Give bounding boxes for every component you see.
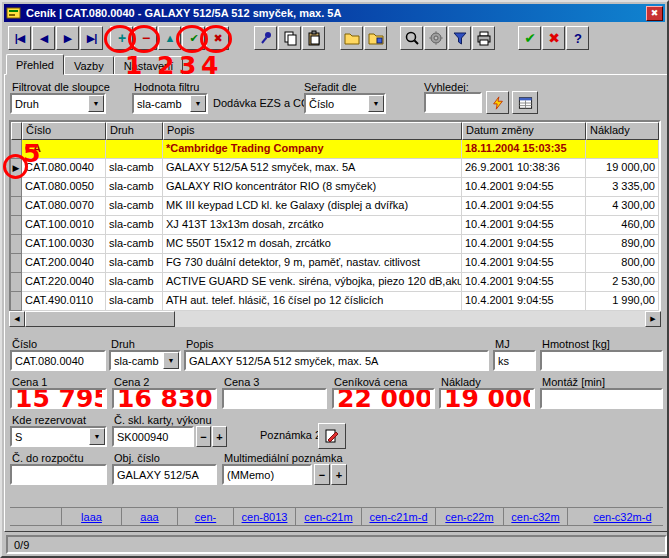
- horizontal-scrollbar[interactable]: ◀ ▶: [9, 311, 661, 327]
- tab-prehled[interactable]: Přehled: [6, 54, 64, 75]
- bottom-link[interactable]: cen-8013: [234, 508, 296, 525]
- kde-rezervovat-combobox[interactable]: S ▼: [10, 426, 107, 447]
- bottom-link[interactable]: cen-c22m: [436, 508, 504, 525]
- filter-column-combobox[interactable]: Druh ▼: [10, 93, 106, 114]
- delete-record-button[interactable]: −: [134, 26, 157, 50]
- table-row[interactable]: CAT.220.0040 sla-camb ACTIVE GUARD SE ve…: [11, 273, 659, 292]
- bottom-link[interactable]: cen-: [178, 508, 234, 525]
- cena3-field[interactable]: [222, 388, 327, 409]
- table-row[interactable]: CAT.100.0030 sla-camb MC 550T 15x12 m do…: [11, 235, 659, 254]
- cislo-field[interactable]: [10, 350, 106, 371]
- skl-karta-plus-button[interactable]: +: [212, 426, 227, 447]
- naklady-field[interactable]: [439, 388, 535, 409]
- mmemo-minus-button[interactable]: −: [314, 464, 330, 485]
- chevron-down-icon[interactable]: ▼: [190, 95, 206, 112]
- ok-button[interactable]: ✔: [518, 26, 541, 50]
- locate-in-grid-button[interactable]: [512, 91, 538, 114]
- chevron-down-icon[interactable]: ▼: [89, 428, 105, 445]
- scroll-left-icon: ◀: [14, 315, 19, 323]
- link-label[interactable]: cen-c21m-d: [369, 511, 427, 523]
- rozpocet-field[interactable]: [10, 464, 107, 485]
- group-row[interactable]: CA *Cambridge Trading Company 18.11.2004…: [11, 140, 659, 159]
- bottom-link[interactable]: laaa: [62, 508, 122, 525]
- print-button[interactable]: [472, 26, 495, 50]
- link-label[interactable]: aaa: [140, 511, 158, 523]
- help-button[interactable]: ?: [566, 26, 589, 50]
- link-label[interactable]: cen-c32m: [511, 511, 559, 523]
- skl-karta-minus-button[interactable]: −: [196, 426, 211, 447]
- mmemo-field[interactable]: [222, 464, 312, 485]
- table-row[interactable]: CAT.100.0010 sla-camb XJ 413T 13x13m dos…: [11, 216, 659, 235]
- scrollbar-thumb[interactable]: [25, 311, 175, 327]
- column-header-popis[interactable]: Popis: [163, 122, 462, 140]
- sort-combobox[interactable]: Číslo ▼: [304, 93, 386, 114]
- cena1-field[interactable]: [10, 388, 107, 409]
- cenikova-field[interactable]: [332, 388, 435, 409]
- tab-vazby[interactable]: Vazby: [64, 56, 114, 75]
- open-folder-button[interactable]: [340, 26, 363, 50]
- link-label[interactable]: cen-c22m: [445, 511, 493, 523]
- mmemo-plus-button[interactable]: +: [331, 464, 347, 485]
- cell-datum: 10.4.2001 9:04:55: [462, 197, 586, 216]
- obj-cislo-field[interactable]: [112, 464, 217, 485]
- link-label[interactable]: cen-: [195, 511, 216, 523]
- bottom-link[interactable]: cen-c21m-d: [362, 508, 436, 525]
- column-header-cislo[interactable]: Číslo: [22, 122, 106, 140]
- link-label[interactable]: cen-c21m: [304, 511, 352, 523]
- archive-folder-button[interactable]: [364, 26, 387, 50]
- nav-first-button[interactable]: |◀: [8, 26, 31, 50]
- chevron-down-icon[interactable]: ▼: [88, 95, 104, 112]
- bottom-link[interactable]: cen-c21m: [296, 508, 362, 525]
- nav-last-button[interactable]: ▶|: [80, 26, 103, 50]
- scroll-left-button[interactable]: ◀: [9, 311, 25, 327]
- link-label[interactable]: laaa: [81, 511, 102, 523]
- search-button[interactable]: [400, 26, 423, 50]
- price-list-grid[interactable]: Číslo Druh Popis Datum změny Náklady CA …: [9, 120, 661, 313]
- filter-value-combobox[interactable]: sla-camb ▼: [132, 93, 208, 114]
- filter-column-label: Filtrovat dle sloupce: [12, 81, 110, 93]
- nav-prior-button[interactable]: ◀: [32, 26, 55, 50]
- edit-record-button[interactable]: ▲: [158, 26, 181, 50]
- link-label[interactable]: cen-c32m-d: [593, 511, 651, 523]
- skl-karta-field[interactable]: [112, 426, 194, 447]
- nav-next-button[interactable]: ▶: [56, 26, 79, 50]
- popis-field[interactable]: [184, 350, 489, 371]
- column-header-druh[interactable]: Druh: [106, 122, 163, 140]
- table-row[interactable]: CAT.490.0110 sla-camb ATH aut. telef. hl…: [11, 292, 659, 311]
- titlebar[interactable]: Ceník | CAT.080.0040 - GALAXY 512/5A 512…: [4, 4, 665, 22]
- cancel-record-button[interactable]: ✖: [206, 26, 229, 50]
- close-icon: ✖: [651, 8, 659, 18]
- post-record-button[interactable]: ✔: [182, 26, 205, 50]
- column-header-naklady[interactable]: Náklady: [586, 122, 659, 140]
- poznamka2-button[interactable]: [318, 423, 346, 449]
- chevron-down-icon[interactable]: ▼: [163, 352, 179, 369]
- scroll-right-button[interactable]: ▶: [645, 311, 661, 327]
- close-button[interactable]: ✖: [646, 6, 663, 21]
- search-input[interactable]: [424, 92, 482, 113]
- table-row-current[interactable]: ▶ CAT.080.0040 sla-camb GALAXY 512/5A 51…: [11, 159, 659, 178]
- settings-button[interactable]: [424, 26, 447, 50]
- search-execute-button[interactable]: [486, 91, 509, 114]
- chevron-down-icon[interactable]: ▼: [368, 95, 384, 112]
- table-row[interactable]: CAT.200.0040 sla-camb FG 730 duální dete…: [11, 254, 659, 273]
- table-row[interactable]: CAT.080.0070 sla-camb MK III keypad LCD …: [11, 197, 659, 216]
- pin-button[interactable]: [254, 26, 277, 50]
- column-header-datum[interactable]: Datum změny: [462, 122, 586, 140]
- copy-button[interactable]: [278, 26, 301, 50]
- scrollbar-track[interactable]: [175, 311, 645, 327]
- hmotnost-field[interactable]: [540, 350, 663, 371]
- druh-combobox[interactable]: sla-camb ▼: [109, 350, 181, 371]
- filter-button[interactable]: [448, 26, 471, 50]
- cena2-field[interactable]: [112, 388, 217, 409]
- montaz-field[interactable]: [540, 388, 663, 409]
- table-row[interactable]: CAT.080.0050 sla-camb GALAXY RIO koncent…: [11, 178, 659, 197]
- tab-nastaveni[interactable]: Nastavení: [114, 56, 184, 75]
- bottom-link[interactable]: cen-c32m-d: [568, 508, 663, 525]
- bottom-link[interactable]: aaa: [122, 508, 178, 525]
- bottom-link[interactable]: cen-c32m: [504, 508, 568, 525]
- link-label[interactable]: cen-8013: [242, 511, 288, 523]
- storno-button[interactable]: ✖: [542, 26, 565, 50]
- paste-button[interactable]: [302, 26, 325, 50]
- insert-record-button[interactable]: +: [110, 26, 133, 50]
- mj-field[interactable]: [493, 350, 536, 371]
